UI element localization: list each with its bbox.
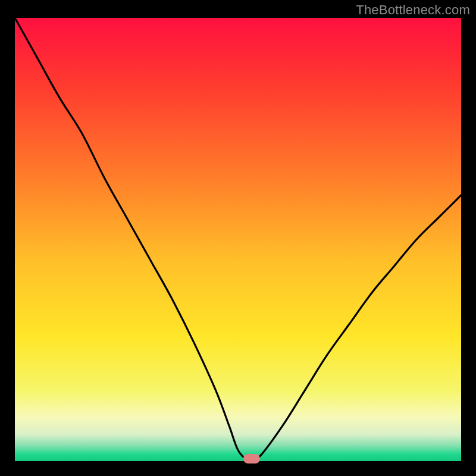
chart-svg (15, 18, 461, 461)
watermark-text: TheBottleneck.com (356, 2, 470, 18)
optimal-marker (243, 454, 260, 464)
chart-frame: TheBottleneck.com (0, 0, 476, 476)
plot-area (15, 18, 461, 461)
gradient-background (15, 18, 461, 461)
